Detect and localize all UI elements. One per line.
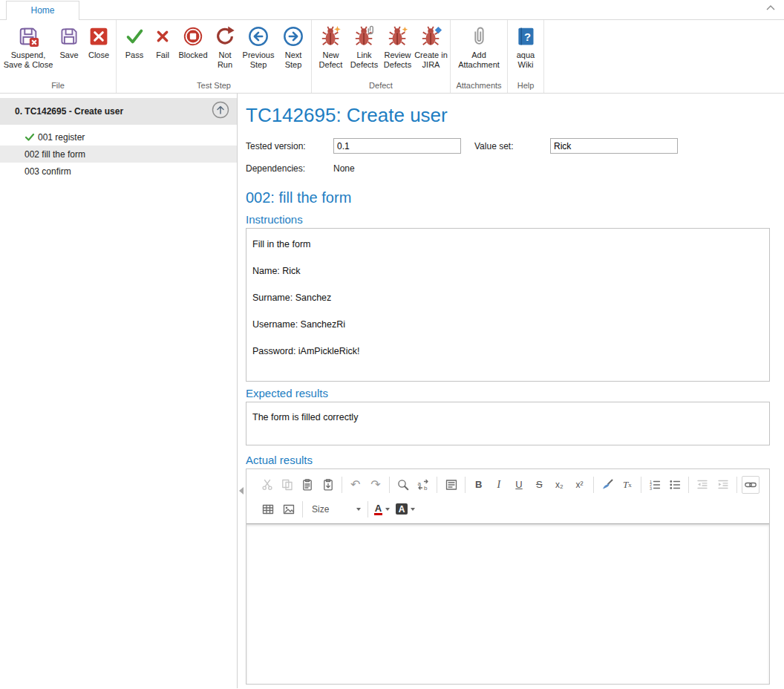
link-icon[interactable] <box>742 476 760 494</box>
close-button[interactable]: Close <box>84 21 114 60</box>
copy-formatting-icon[interactable] <box>598 476 616 494</box>
aqua-wiki-label: aqua Wiki <box>510 50 541 70</box>
underline-icon[interactable]: U <box>510 476 528 494</box>
add-attachment-button[interactable]: Add Attachment <box>453 21 505 70</box>
previous-arrow-icon <box>247 24 270 49</box>
not-run-label: Not Run <box>211 50 239 70</box>
save-icon <box>59 24 79 49</box>
bullet-list-icon[interactable] <box>666 476 684 494</box>
ribbon: Home Suspend, Sa <box>0 0 784 94</box>
instruction-line: Surname: Sanchez <box>252 292 763 304</box>
superscript-icon[interactable]: x² <box>571 476 589 494</box>
jira-bug-icon <box>420 24 442 49</box>
ribbon-collapse-icon[interactable] <box>766 0 775 13</box>
value-set-label: Value set: <box>474 141 550 151</box>
editor-toolbar: ↶ ↷ a b <box>246 469 769 523</box>
sidebar-collapse-handle[interactable] <box>239 487 244 494</box>
value-set-input[interactable] <box>550 138 678 154</box>
paste-icon[interactable] <box>298 476 316 494</box>
next-step-label: Next Step <box>278 50 309 70</box>
next-step-button[interactable]: Next Step <box>278 21 309 70</box>
dependencies-row: Dependencies: None <box>246 163 770 174</box>
ribbon-group-defect: New Defect Link D <box>312 20 451 93</box>
bold-icon[interactable]: B <box>470 476 488 494</box>
ribbon-tab-strip: Home <box>0 0 784 20</box>
step-item-001[interactable]: 001 register <box>0 128 237 146</box>
italic-icon[interactable]: I <box>490 476 508 494</box>
link-defects-label: Link Defects <box>347 50 381 70</box>
aqua-wiki-button[interactable]: ? aqua Wiki <box>510 21 541 70</box>
step-list: 001 register 002 fill the form 003 confi… <box>0 128 237 180</box>
increase-indent-icon[interactable] <box>714 476 732 494</box>
dependencies-value: None <box>333 163 355 174</box>
background-color-button[interactable]: A <box>393 500 417 518</box>
ribbon-group-file: Suspend, Save & Close Save <box>0 20 117 93</box>
toolbar-separator <box>389 477 390 493</box>
step-item-label: 003 confirm <box>24 166 71 177</box>
save-suspend-icon <box>17 24 39 49</box>
paste-plain-text-icon[interactable] <box>319 476 337 494</box>
scroll-to-top-icon[interactable] <box>212 101 229 122</box>
link-defects-button[interactable]: Link Defects <box>347 21 381 70</box>
instructions-label: Instructions <box>246 213 770 226</box>
step-item-label: 002 fill the form <box>24 149 85 160</box>
group-label-attachments: Attachments <box>451 80 507 93</box>
create-in-jira-button[interactable]: Create in JIRA <box>414 21 448 70</box>
page-title: TC142695: Create user <box>246 104 770 127</box>
svg-text:a: a <box>418 480 422 486</box>
expected-results-box: The form is filled correctly <box>246 402 770 445</box>
save-button[interactable]: Save <box>54 21 84 60</box>
previous-step-button[interactable]: Previous Step <box>239 21 278 70</box>
copy-icon[interactable] <box>278 476 296 494</box>
svg-text:?: ? <box>524 31 531 43</box>
numbered-list-icon[interactable]: 1 2 3 <box>646 476 664 494</box>
fail-button[interactable]: Fail <box>150 21 175 60</box>
instruction-line: Username: SanchezRi <box>252 319 763 331</box>
insert-image-icon[interactable] <box>279 500 298 518</box>
subscript-icon[interactable]: x₂ <box>550 476 568 494</box>
not-run-button[interactable]: Not Run <box>211 21 239 70</box>
text-color-button[interactable]: A <box>373 500 391 518</box>
ribbon-body: Suspend, Save & Close Save <box>0 20 784 94</box>
step-item-003[interactable]: 003 confirm <box>0 163 237 180</box>
ribbon-group-help: ? aqua Wiki Help <box>508 20 544 93</box>
pass-check-icon <box>123 24 146 49</box>
undo-icon[interactable]: ↶ <box>347 476 365 494</box>
font-size-label: Size <box>312 504 353 515</box>
close-label: Close <box>88 50 109 60</box>
pass-button[interactable]: Pass <box>119 21 150 60</box>
decrease-indent-icon[interactable] <box>693 476 711 494</box>
group-label-test-step: Test Step <box>117 80 311 93</box>
step-item-002[interactable]: 002 fill the form <box>0 146 237 163</box>
test-execution-pane: TC142695: Create user Tested version: Va… <box>238 94 784 688</box>
redo-icon[interactable]: ↷ <box>367 476 385 494</box>
step-heading: 002: fill the form <box>246 189 770 206</box>
suspend-save-close-button[interactable]: Suspend, Save & Close <box>2 21 54 70</box>
chevron-down-icon <box>356 508 361 511</box>
insert-table-icon[interactable] <box>258 500 277 518</box>
actual-results-input[interactable] <box>246 523 769 684</box>
instruction-line: Name: Rick <box>252 265 763 278</box>
blocked-button[interactable]: Blocked <box>175 21 211 60</box>
actual-results-editor: ↶ ↷ a b <box>246 468 770 685</box>
find-icon[interactable] <box>394 476 412 494</box>
replace-icon[interactable]: a b <box>414 476 432 494</box>
strikethrough-icon[interactable]: S <box>530 476 548 494</box>
select-all-icon[interactable] <box>442 476 460 494</box>
not-run-refresh-icon <box>214 24 236 49</box>
review-defects-button[interactable]: Review Defects <box>381 21 414 70</box>
test-case-node[interactable]: 0. TC142695 - Create user <box>0 98 237 125</box>
new-defect-button[interactable]: New Defect <box>314 21 347 70</box>
toolbar-separator <box>302 501 303 517</box>
cut-icon[interactable] <box>258 476 276 494</box>
remove-format-icon[interactable]: Tx <box>618 476 636 494</box>
new-defect-label: New Defect <box>314 50 347 70</box>
tab-home[interactable]: Home <box>6 1 79 20</box>
next-arrow-icon <box>282 24 304 49</box>
link-defects-bug-icon <box>353 24 376 49</box>
previous-step-label: Previous Step <box>239 50 278 70</box>
create-in-jira-label: Create in JIRA <box>414 50 448 70</box>
font-size-dropdown[interactable]: Size <box>307 500 365 518</box>
suspend-save-close-label: Suspend, Save & Close <box>2 50 54 70</box>
tested-version-input[interactable] <box>333 138 461 154</box>
